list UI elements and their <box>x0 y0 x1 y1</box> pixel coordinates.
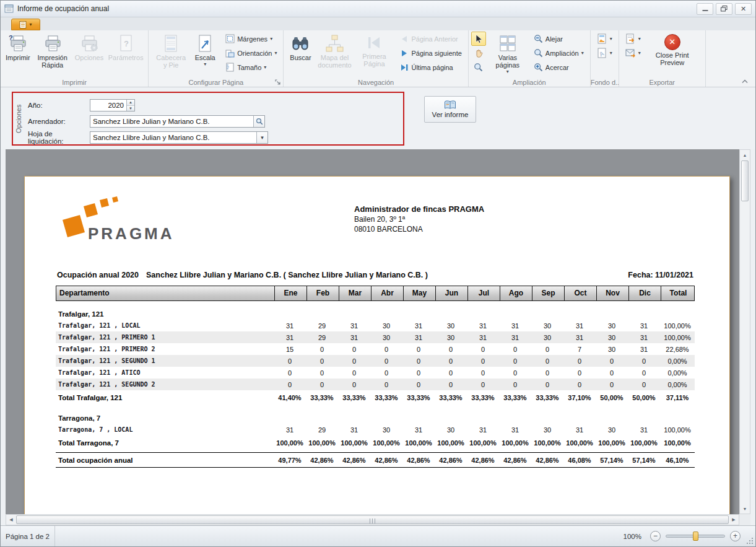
print-icon: ? <box>8 34 28 53</box>
landlord-input[interactable]: Sanchez Llibre Julian y Mariano C.B. <box>90 118 253 125</box>
quick-print-button[interactable]: Impresión Rápida <box>33 32 72 76</box>
cell-value: 0 <box>531 381 563 388</box>
cell-value: 37,11% <box>660 394 695 401</box>
zoom-tool-button[interactable] <box>471 60 486 74</box>
zoom-slider[interactable] <box>666 531 725 541</box>
margins-button[interactable]: Márgenes ▾ <box>222 32 280 46</box>
window-controls: ✕ <box>697 3 752 15</box>
pointer-tool-button[interactable] <box>471 32 486 46</box>
horizontal-scrollbar-thumb[interactable] <box>16 515 729 524</box>
cell-value: 33,33% <box>499 394 531 401</box>
watermark-dropdown-arrow: ▾ <box>610 50 612 56</box>
year-spinner[interactable]: 2020 ▲ ▼ <box>90 99 135 112</box>
resize-grip[interactable] <box>745 536 754 545</box>
cell-value: 31 <box>467 426 499 434</box>
row-label: Total Trafalgar, 121 <box>56 394 274 401</box>
cell-value: 0 <box>306 369 338 377</box>
cell-value: 0 <box>628 357 660 365</box>
zoom-level-button[interactable]: Ampliación ▾ <box>530 46 588 60</box>
cell-value: 100,00% <box>596 439 628 447</box>
restore-button[interactable] <box>716 3 732 15</box>
scroll-up-button[interactable]: ▲ <box>740 150 750 160</box>
orientation-button[interactable]: Orientación ▾ <box>222 46 280 60</box>
first-page-button[interactable]: Primera Página <box>354 32 394 76</box>
next-page-label: Página siguiente <box>411 50 461 57</box>
zoom-slider-thumb[interactable] <box>693 532 698 541</box>
cell-value: 50,00% <box>628 394 660 401</box>
preview-canvas[interactable]: PRAGMA Administrador de fincas PRAGMA Ba… <box>6 149 739 514</box>
cell-value: 0 <box>499 369 531 377</box>
size-button[interactable]: Tamaño ▾ <box>222 60 280 74</box>
cell-value: 30 <box>370 426 402 434</box>
cell-value: 31 <box>402 322 435 330</box>
watermark-button[interactable]: A ▾ <box>593 46 616 60</box>
header-footer-label: Cabecera y Pie <box>154 54 188 69</box>
landlord-combo[interactable]: Sanchez Llibre Julian y Mariano C.B. <box>90 115 265 128</box>
spinner-up-button[interactable]: ▲ <box>127 100 134 105</box>
year-input[interactable]: 2020 <box>90 102 126 109</box>
app-menu-caret: ▾ <box>29 22 32 27</box>
parameters-button[interactable]: ? Parámetros <box>106 32 146 76</box>
send-email-button[interactable]: ▾ <box>622 46 645 60</box>
quick-print-label: Impresión Rápida <box>35 54 70 69</box>
cell-value: 0 <box>531 369 563 377</box>
cell-value: 31 <box>563 334 596 341</box>
vertical-scrollbar[interactable]: ▲ ▼ <box>739 149 750 514</box>
print-options-button[interactable]: Opciones <box>72 32 106 76</box>
titlebar: Informe de ocupación anual ✕ <box>1 1 755 17</box>
print-button[interactable]: ? Imprimir <box>3 32 33 76</box>
last-page-button[interactable]: Última página <box>396 60 465 74</box>
cell-value: 42,86% <box>467 457 499 464</box>
hand-tool-button[interactable] <box>471 46 486 60</box>
vertical-scrollbar-thumb[interactable] <box>741 160 749 201</box>
prev-page-icon <box>400 35 409 43</box>
row-label: Trafalgar, 121 <box>56 310 695 318</box>
vertical-scrollbar-track[interactable] <box>740 202 750 504</box>
page-setup-dialog-launcher[interactable] <box>273 77 282 86</box>
many-pages-button[interactable]: Varias páginas ▾ <box>488 32 528 76</box>
horizontal-scrollbar[interactable]: ◀ ▶ <box>6 514 739 525</box>
zoom-level-label: Ampliación <box>545 50 579 57</box>
zoom-level-dropdown-arrow: ▾ <box>581 50 584 56</box>
status-bar: Página 1 de 2 100% − + <box>1 525 755 546</box>
zoom-out-button[interactable]: Alejar <box>530 32 588 46</box>
landlord-search-button[interactable] <box>253 116 264 127</box>
cell-value: 100,00% <box>531 439 563 447</box>
cell-value: 30 <box>435 426 467 434</box>
scroll-left-button[interactable]: ◀ <box>6 515 16 525</box>
settlement-combo[interactable]: Sanchez Llibre Julian y Mariano C.B. ▾ <box>90 131 268 144</box>
scroll-right-button[interactable]: ▶ <box>729 515 739 525</box>
close-print-preview-button[interactable]: ✕ Close Print Preview <box>651 32 694 76</box>
zoom-out-status-button[interactable]: − <box>650 531 661 541</box>
document-map-button[interactable]: Mapa del documento <box>315 32 354 76</box>
next-page-button[interactable]: Página siguiente <box>396 46 465 60</box>
scale-button[interactable]: Escala ▾ <box>191 32 219 76</box>
header-footer-icon <box>161 34 181 53</box>
cell-value: 46,10% <box>660 457 695 464</box>
spinner-down-button[interactable]: ▼ <box>127 105 134 112</box>
page-color-icon <box>597 33 607 44</box>
cell-value: 31 <box>402 426 435 434</box>
zoom-in-button[interactable]: Acercar <box>530 60 588 74</box>
settlement-input[interactable]: Sanchez Llibre Julian y Mariano C.B. <box>90 134 256 141</box>
close-button[interactable]: ✕ <box>735 3 752 15</box>
size-dropdown-arrow: ▾ <box>264 64 266 70</box>
cell-value: 42,86% <box>338 457 370 464</box>
export-document-button[interactable]: ▾ <box>622 32 645 46</box>
settlement-dropdown-button[interactable]: ▾ <box>256 132 267 143</box>
prev-page-button[interactable]: Página Anterior <box>396 32 465 46</box>
zoom-in-status-button[interactable]: + <box>730 531 741 541</box>
app-menu-button[interactable]: ▾ <box>11 19 40 30</box>
header-footer-button[interactable]: Cabecera y Pie <box>151 32 191 76</box>
minimize-button[interactable] <box>697 3 713 15</box>
scroll-down-button[interactable]: ▼ <box>740 504 750 514</box>
collapse-ribbon-button[interactable] <box>739 77 750 85</box>
view-report-button[interactable]: Ver informe <box>424 96 476 123</box>
cell-value: 0 <box>499 346 531 353</box>
page-color-button[interactable]: ▾ <box>593 32 616 46</box>
search-button[interactable]: Buscar <box>286 32 315 76</box>
cell-value: 0,00% <box>660 357 695 365</box>
table-row-data: Tarragona, 7 , LOCAL31293130313031313031… <box>56 424 695 435</box>
cell-value: 0 <box>563 381 596 388</box>
cell-value: 31 <box>499 322 531 330</box>
